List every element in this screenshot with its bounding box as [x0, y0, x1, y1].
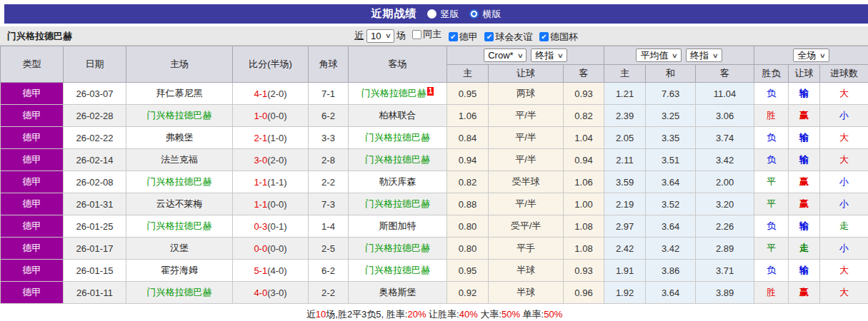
filter-checkbox[interactable]: 德国杯	[539, 31, 578, 44]
filter-checkbox[interactable]: 德甲	[449, 31, 478, 44]
home-team-cell: 法兰克福	[126, 149, 233, 171]
match-count-select[interactable]: 10 ∨	[366, 29, 394, 43]
summary-row: 近10场,胜2平3负5, 胜率:20% 让胜率:40% 大率:50% 单率:50…	[1, 304, 868, 321]
league-badge: 德甲	[1, 83, 64, 105]
chevron-down-icon: ∨	[672, 52, 678, 59]
radio-icon-horizontal[interactable]	[469, 9, 479, 19]
corner-score: 7-3	[309, 193, 349, 215]
fulltime-score: 0-0	[254, 243, 267, 254]
subcol-avg-away: 客	[696, 65, 754, 83]
result-goals: 大	[820, 260, 868, 282]
match-row: 德甲 26-03-07 拜仁慕尼黑 4-1(2-0) 7-1 门兴格拉德巴赫1 …	[1, 83, 868, 105]
layout-radio-horizontal[interactable]: 横版	[469, 8, 502, 21]
home-team-link[interactable]: 汉堡	[170, 243, 189, 253]
avg-home-odds: 2.42	[604, 238, 646, 260]
halftime-score: (0-0)	[267, 243, 286, 254]
away-team-link[interactable]: 奥格斯堡	[379, 287, 416, 297]
fulltime-select[interactable]: 全场 ∨	[793, 49, 829, 62]
home-team-link[interactable]: 法兰克福	[161, 154, 198, 165]
away-team-cell: 门兴格拉德巴赫	[349, 193, 447, 215]
avg-away-odds: 3.89	[696, 282, 754, 304]
crow-away-odds: 0.82	[564, 105, 604, 127]
score-cell: 0-3(0-1)	[233, 215, 309, 238]
away-team-link[interactable]: 门兴格拉德巴赫	[365, 243, 430, 253]
checkbox-icon[interactable]	[539, 32, 549, 41]
recent-results-bar: 近期战绩 竖版 横版	[4, 4, 868, 24]
result-handicap: 输	[789, 127, 820, 149]
crow-odds-type-select[interactable]: 终指 ∨	[531, 49, 567, 62]
chevron-down-icon: ∨	[557, 52, 564, 59]
checkbox-icon[interactable]	[449, 32, 458, 41]
corner-score: 2-2	[309, 282, 349, 304]
home-team-link[interactable]: 门兴格拉德巴赫	[147, 287, 212, 297]
league-badge: 德甲	[1, 105, 64, 127]
halftime-score: (2-0)	[267, 88, 286, 99]
away-team-link[interactable]: 门兴格拉德巴赫	[365, 154, 430, 165]
result-goals: 小	[820, 171, 868, 193]
home-team-cell: 拜仁慕尼黑	[126, 83, 233, 105]
fulltime-score: 1-0	[254, 111, 267, 121]
avg-home-odds: 2.97	[604, 215, 646, 238]
away-team-link[interactable]: 门兴格拉德巴赫	[365, 132, 430, 143]
home-team-cell: 弗赖堡	[126, 127, 233, 149]
home-team-link[interactable]: 门兴格拉德巴赫	[147, 110, 212, 121]
match-date: 26-02-22	[64, 127, 126, 149]
header-row-groups: 类型 日期 主场 比分(半场) 角球 客场 Crow* ∨ 终指 ∨	[1, 46, 868, 65]
filter-checkbox[interactable]: 球会友谊	[484, 31, 532, 44]
crow-home-odds: 0.95	[447, 83, 489, 105]
away-team-link[interactable]: 门兴格拉德巴赫	[365, 265, 430, 275]
subcol-result-wdl: 胜负	[754, 65, 789, 83]
near-count-link[interactable]: 近	[354, 29, 364, 42]
home-team-link[interactable]: 云达不莱梅	[156, 198, 203, 209]
avg-draw-odds: 3.42	[646, 238, 696, 260]
avg-away-odds: 3.42	[696, 149, 754, 171]
home-team-link[interactable]: 弗赖堡	[166, 132, 194, 143]
layout-radio-vertical[interactable]: 竖版	[427, 8, 459, 21]
average-select[interactable]: 平均值 ∨	[636, 49, 682, 62]
away-team-link[interactable]: 门兴格拉德巴赫	[365, 198, 430, 209]
handicap-line: 平/半	[489, 193, 564, 215]
match-row: 德甲 26-01-17 汉堡 0-0(0-0) 2-5 门兴格拉德巴赫 0.80…	[1, 238, 868, 260]
subcol-avg-draw: 和	[646, 65, 696, 83]
crow-away-odds: 1.00	[564, 193, 604, 215]
subcol-result-goals: 进球数	[820, 65, 868, 83]
away-team-cell: 门兴格拉德巴赫	[349, 149, 447, 171]
subcol-avg-home: 主	[604, 65, 646, 83]
avg-away-odds: 3.20	[696, 193, 754, 215]
checkbox-icon[interactable]	[484, 32, 494, 41]
fulltime-select-value: 全场	[797, 49, 816, 62]
subcol-crow-handicap: 让球	[489, 65, 564, 83]
recent-matches-table: 类型 日期 主场 比分(半场) 角球 客场 Crow* ∨ 终指 ∨	[0, 46, 868, 321]
avg-home-odds: 2.05	[604, 127, 646, 149]
crow-away-odds: 0.93	[564, 83, 604, 105]
chevron-down-icon: ∨	[517, 52, 523, 59]
handicap-line: 平/半	[489, 149, 564, 171]
chevron-down-icon: ∨	[712, 52, 719, 59]
radio-icon-vertical[interactable]	[427, 9, 437, 19]
group-header-fulltime: 全场 ∨	[754, 46, 868, 65]
away-team-cell: 门兴格拉德巴赫	[349, 260, 447, 282]
away-team-link[interactable]: 斯图加特	[379, 220, 416, 231]
bookmaker-select[interactable]: Crow* ∨	[484, 49, 527, 62]
result-handicap: 输	[789, 83, 820, 105]
home-team-link[interactable]: 霍芬海姆	[161, 265, 198, 275]
away-team-cell: 门兴格拉德巴赫	[349, 238, 447, 260]
match-date: 26-02-08	[64, 171, 126, 193]
away-team-link[interactable]: 柏林联合	[379, 110, 416, 121]
handicap-line: 平/半	[489, 127, 564, 149]
home-team-link[interactable]: 拜仁慕尼黑	[156, 88, 203, 98]
avg-draw-odds: 3.52	[646, 193, 696, 215]
away-team-link[interactable]: 门兴格拉德巴赫1	[361, 88, 434, 98]
checkbox-icon[interactable]	[412, 30, 421, 39]
avg-odds-type-select[interactable]: 终指 ∨	[686, 49, 722, 62]
home-team-link[interactable]: 门兴格拉德巴赫	[147, 176, 212, 187]
home-team-link[interactable]: 门兴格拉德巴赫	[147, 220, 212, 231]
away-team-link[interactable]: 勒沃库森	[379, 176, 416, 187]
filter-checkbox[interactable]: 同主	[412, 28, 442, 41]
games-label: 场	[396, 29, 406, 42]
result-handicap: 走	[789, 238, 820, 260]
result-goals: 小	[820, 105, 868, 127]
filter-label: 德国杯	[550, 31, 578, 44]
league-badge: 德甲	[1, 260, 64, 282]
away-team-cell: 奥格斯堡	[349, 282, 447, 304]
